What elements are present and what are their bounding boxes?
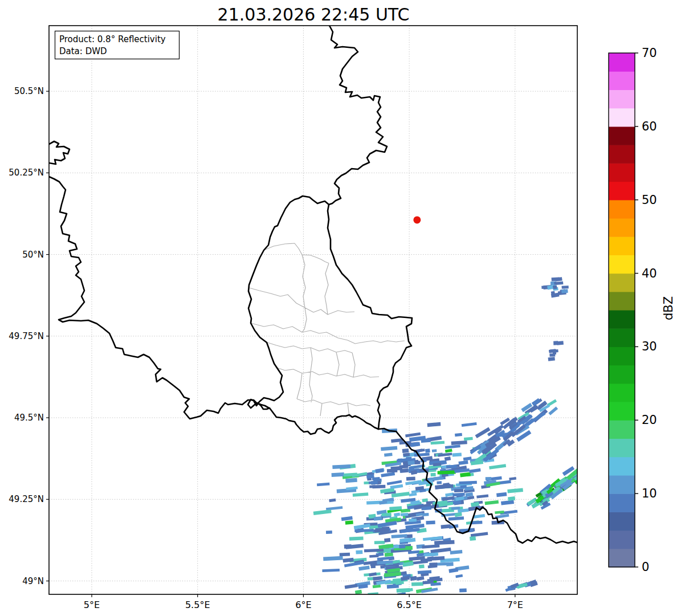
colorbar-segment [609,493,635,512]
echo-bar [387,469,398,473]
colorbar-segment [609,53,635,72]
colorbar-tick-label: 0 [642,560,649,574]
map-plot-background [49,26,577,594]
echo-bar [385,552,393,557]
echo-bar [561,289,568,293]
echo-bar [411,582,423,586]
colorbar-segment [609,89,635,108]
echo-bar [577,475,586,482]
colorbar: 010203040506070 [609,46,657,574]
echo-bar [401,513,409,516]
echo-bar [349,536,364,540]
y-axis-tick-label: 50.5°N [14,86,44,96]
y-axis-tick-label: 49°N [22,576,44,586]
echo-bar [423,609,430,612]
product-info-box: Product: 0.8° Reflectivity Data: DWD [55,31,180,59]
figure-title: 21.03.2026 22:45 UTC [218,5,410,25]
echo-bar [422,513,429,516]
echo-bar [579,476,585,482]
echo-bar [326,531,332,534]
colorbar-tick-label: 10 [642,487,657,500]
colorbar-segment [609,236,635,255]
colorbar-segment [609,292,635,311]
echo-bar [426,614,443,616]
colorbar-segment [609,531,635,549]
colorbar-segment [609,439,635,458]
x-axis-tick-label: 5.5°E [185,599,210,610]
echo-bar [454,489,463,492]
echo-bar [371,565,376,568]
y-axis-tick-label: 49.75°N [9,331,44,341]
colorbar-segment [609,402,635,421]
colorbar-segment [609,475,635,494]
echo-bar [425,448,430,453]
echo-bar [332,472,344,477]
echo-bar [549,353,555,357]
colorbar-segment [609,255,635,274]
echo-bar [438,470,456,474]
echo-bar [407,460,415,465]
echo-bar [452,452,462,456]
echo-bar [424,597,431,600]
echo-bar [374,541,385,544]
echo-bar [557,341,564,345]
echo-bar [356,550,362,554]
colorbar-segment [609,71,635,90]
colorbar-segment [609,218,635,237]
product-info-line2: Data: DWD [59,46,107,56]
echo-bar [400,468,409,473]
echo-bar [471,521,483,524]
colorbar-segment [609,310,635,329]
echo-bar [399,544,405,548]
map-canvas: 21.03.2026 22:45 UTC 5°E5.5°E6°E6.5°E7°E… [0,0,685,616]
colorbar-segment [609,512,635,531]
echo-bar [437,481,442,484]
echo-bar [382,601,390,605]
echo-bar [409,519,417,522]
echo-bar [460,485,467,488]
colorbar-tick-label: 30 [642,340,657,353]
colorbar-segment [609,163,635,182]
echo-bar [369,596,377,601]
echo-bar [369,485,375,488]
echo-bar [419,564,425,568]
echo-bar [371,481,378,484]
echo-bar [406,613,418,616]
echo-bar [406,457,411,461]
x-axis-tick-label: 5°E [84,599,100,610]
echo-bar [399,465,409,468]
echo-bar [402,448,409,453]
colorbar-segment [609,420,635,439]
echo-bar [552,277,560,281]
y-axis-tick-label: 50°N [22,250,44,260]
colorbar-segment [609,549,635,568]
colorbar-segment [609,200,635,219]
echo-bar [350,600,364,605]
echo-bar [384,596,397,601]
colorbar-tick-label: 70 [642,46,657,60]
colorbar-segment [609,384,635,402]
colorbar-segment [609,145,635,164]
colorbar-axis-label: dBZ [662,296,675,320]
colorbar-tick-label: 40 [642,267,657,280]
echo-bar [459,588,467,592]
echo-bar [350,597,356,601]
echo-bar [431,473,436,476]
echo-bar [433,463,441,467]
radar-site-marker [413,216,421,223]
echo-bar [421,506,431,510]
x-axis-tick-label: 6.5°E [397,599,422,610]
echo-bar [430,562,438,566]
colorbar-segment [609,274,635,292]
echo-bar [486,477,492,480]
echo-bar [345,520,353,524]
x-axis-tick-label: 6°E [295,599,311,610]
echo-bar [356,597,372,600]
echo-bar [398,458,403,462]
colorbar-tick-label: 50 [642,193,657,207]
colorbar-segment [609,108,635,127]
echo-bar [432,449,437,452]
echo-bar [406,476,415,480]
echo-bar [381,513,392,517]
echo-bar [378,601,388,605]
